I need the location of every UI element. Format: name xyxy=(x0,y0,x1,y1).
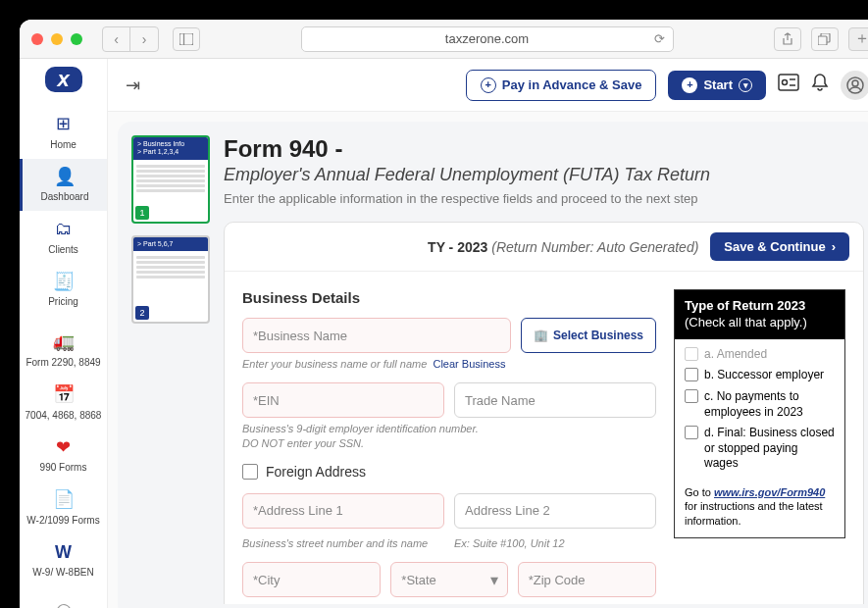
pricing-icon: 🧾 xyxy=(53,272,75,293)
section-title: Business Details xyxy=(242,289,656,306)
opt-d-checkbox[interactable] xyxy=(685,426,698,439)
addr2-hint: Ex: Suite #100, Unit 12 xyxy=(454,536,656,550)
thumb-2[interactable]: > Part 5,6,7 2 xyxy=(131,235,210,324)
window-controls xyxy=(31,33,82,45)
nav-w2-1099[interactable]: 📄W-2/1099 Forms xyxy=(20,481,107,534)
svg-rect-3 xyxy=(818,36,827,45)
page-thumbnails: > Business Info> Part 1,2,3,4 1 > Part 5… xyxy=(131,135,210,604)
plus-icon: + xyxy=(481,77,496,93)
heart-icon: ❤ xyxy=(56,437,71,459)
pay-advance-button[interactable]: + Pay in Advance & Save xyxy=(466,70,657,101)
opt-a-checkbox[interactable] xyxy=(685,347,698,361)
business-name-input[interactable] xyxy=(242,318,511,353)
support-icon: ⦿ xyxy=(55,602,73,608)
form-card: TY - 2023 (Return Number: Auto Generated… xyxy=(224,222,864,604)
svg-point-9 xyxy=(852,80,858,86)
refresh-icon[interactable]: ⟳ xyxy=(654,31,665,46)
share-icon[interactable] xyxy=(774,27,801,51)
doc-icon: 📄 xyxy=(53,489,75,511)
calendar-icon: 📅 xyxy=(53,384,75,406)
browser-window: ‹ › taxzerone.com ⟳ ＋ x ⊞Home 👤Dashboard… xyxy=(20,20,868,608)
badge-icon[interactable] xyxy=(778,74,799,96)
address2-input[interactable] xyxy=(454,493,656,529)
truck-icon: 🚛 xyxy=(53,331,75,353)
page-title: Form 940 - xyxy=(224,135,864,163)
opt-b-checkbox[interactable] xyxy=(685,368,698,381)
url-text: taxzerone.com xyxy=(445,31,529,46)
nav-form2290[interactable]: 🚛Form 2290, 8849 xyxy=(20,324,107,377)
w-icon: W xyxy=(55,542,72,564)
start-button[interactable]: + Start ▾ xyxy=(668,71,766,100)
menu-toggle-icon[interactable]: ⇥ xyxy=(126,75,140,96)
form-header: TY - 2023 (Return Number: Auto Generated… xyxy=(225,223,863,272)
nav-clients[interactable]: 🗂Clients xyxy=(20,211,107,264)
ein-hint: Business's 9-digit employer identificati… xyxy=(242,422,490,450)
chevron-right-icon: › xyxy=(832,239,836,254)
save-continue-button[interactable]: Save & Continue › xyxy=(710,232,849,261)
ein-input[interactable] xyxy=(242,382,444,418)
building-icon: 🏢 xyxy=(534,329,548,342)
plus-icon: + xyxy=(682,77,697,93)
trade-name-input[interactable] xyxy=(454,382,656,418)
addr1-hint: Business's street number and its name xyxy=(242,536,444,550)
nav-dashboard[interactable]: 👤Dashboard xyxy=(20,159,107,212)
close-window[interactable] xyxy=(31,33,43,45)
nav-home[interactable]: ⊞Home xyxy=(20,106,107,159)
page-description: Enter the applicable information in the … xyxy=(224,191,864,206)
home-icon: ⊞ xyxy=(56,114,71,135)
app-logo[interactable]: x xyxy=(45,67,82,92)
zip-input[interactable] xyxy=(518,562,656,597)
type-return-footer: Go to www.irs.gov/Form940 for instructio… xyxy=(675,485,844,537)
opt-c-checkbox[interactable] xyxy=(685,389,698,403)
thumb-1[interactable]: > Business Info> Part 1,2,3,4 1 xyxy=(131,135,210,224)
type-return-subtitle: (Check all that apply.) xyxy=(685,315,807,329)
select-business-button[interactable]: 🏢 Select Business xyxy=(521,318,656,353)
topbar: ⇥ + Pay in Advance & Save + Start ▾ xyxy=(108,59,868,112)
irs-link[interactable]: www.irs.gov/Form940 xyxy=(714,486,825,498)
maximize-window[interactable] xyxy=(71,33,82,45)
state-select[interactable] xyxy=(390,562,507,597)
address1-input[interactable] xyxy=(242,493,444,529)
back-button[interactable]: ‹ xyxy=(103,27,130,51)
bell-icon[interactable] xyxy=(811,73,829,97)
titlebar: ‹ › taxzerone.com ⟳ ＋ xyxy=(20,20,868,59)
foreign-address-label: Foreign Address xyxy=(266,464,366,480)
foreign-address-checkbox[interactable] xyxy=(242,464,258,480)
city-input[interactable] xyxy=(242,562,381,597)
forward-button[interactable]: › xyxy=(130,27,158,51)
svg-point-5 xyxy=(783,80,788,85)
dashboard-icon: 👤 xyxy=(54,167,76,188)
nav-990[interactable]: ❤990 Forms xyxy=(20,430,107,482)
nav-support[interactable]: ⦿Support xyxy=(20,594,107,608)
sidebar: x ⊞Home 👤Dashboard 🗂Clients 🧾Pricing 🚛Fo… xyxy=(20,59,108,608)
avatar[interactable] xyxy=(841,71,868,100)
type-return-title: Type of Return 2023 xyxy=(685,298,805,313)
sidebar-toggle-icon[interactable] xyxy=(173,27,200,51)
business-name-hint: Enter your business name or full name Cl… xyxy=(242,357,656,371)
svg-rect-0 xyxy=(179,33,193,45)
clients-icon: 🗂 xyxy=(55,219,73,240)
form-page: Form 940 - Employer's Annual Federal Une… xyxy=(224,135,864,604)
nav-7004[interactable]: 📅7004, 4868, 8868 xyxy=(20,377,107,430)
clear-business-link[interactable]: Clear Business xyxy=(433,358,505,370)
type-of-return-box: Type of Return 2023 (Check all that appl… xyxy=(674,289,845,538)
minimize-window[interactable] xyxy=(51,33,63,45)
tabs-icon[interactable] xyxy=(811,27,839,51)
nav-pricing[interactable]: 🧾Pricing xyxy=(20,264,107,317)
chevron-down-icon: ▾ xyxy=(739,78,752,92)
url-bar[interactable]: taxzerone.com ⟳ xyxy=(301,26,674,52)
nav-arrows: ‹ › xyxy=(102,26,159,52)
page-subtitle: Employer's Annual Federal Unemployment (… xyxy=(224,165,864,185)
new-tab-button[interactable]: ＋ xyxy=(848,27,868,51)
nav-w9[interactable]: WW-9/ W-8BEN xyxy=(20,534,107,587)
